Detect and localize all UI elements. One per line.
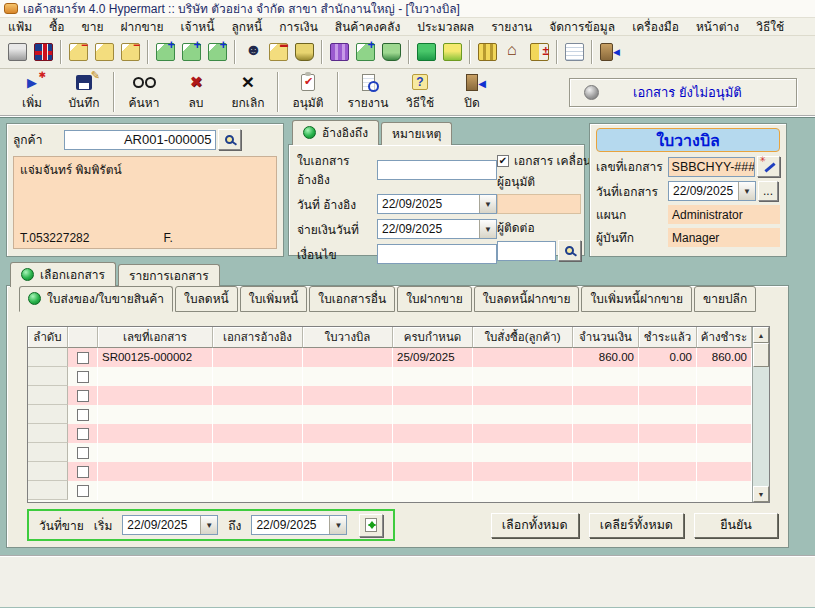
report-sheet-icon[interactable] [565, 43, 584, 61]
document-type-tab[interactable]: ใบลดหนี้ [175, 286, 238, 312]
menu-item[interactable]: จัดการข้อมูล [549, 17, 615, 36]
row-checkbox[interactable] [77, 352, 89, 364]
card-yellow-icon[interactable] [443, 43, 462, 61]
printer-icon[interactable] [8, 43, 27, 61]
document-type-tab[interactable]: ใบลดหนี้ฝากขาย [474, 286, 580, 312]
delete-button[interactable]: ลบ [170, 70, 222, 114]
doc-edit-minus-icon[interactable] [69, 43, 88, 61]
approve-button[interactable]: อนุมัติ [282, 70, 334, 114]
column-header[interactable]: จำนวนเงิน [573, 327, 639, 348]
doc-add-icon[interactable] [356, 43, 375, 61]
chevron-down-icon[interactable]: ▼ [200, 516, 217, 534]
tab-remarks[interactable]: หมายเหตุ [381, 122, 452, 145]
doc-cancel-icon[interactable] [269, 43, 288, 61]
add-button[interactable]: เพิ่ม [6, 70, 58, 114]
document-type-tab[interactable]: ใบฝากขาย [397, 286, 471, 312]
note-add-icon[interactable] [208, 43, 227, 61]
to-date-combo[interactable]: 22/09/2025 ▼ [251, 515, 347, 535]
crayons-icon[interactable] [330, 43, 349, 61]
table-row[interactable] [28, 443, 769, 462]
chevron-down-icon[interactable]: ▼ [329, 516, 346, 534]
menu-item[interactable]: รายงาน [491, 17, 532, 36]
column-header[interactable]: ใบวางบิล [303, 327, 393, 348]
menu-item[interactable]: เครื่องมือ [632, 17, 679, 36]
column-header[interactable]: ใบสั่งซื้อ(ลูกค้า) [473, 327, 573, 348]
cancel-button[interactable]: ยกเลิก [222, 70, 274, 114]
menu-item[interactable]: ขาย [82, 17, 104, 36]
row-checkbox[interactable] [77, 447, 89, 459]
scroll-up-icon[interactable]: ▲ [753, 327, 769, 343]
tab-document-list[interactable]: รายการเอกสาร [118, 264, 220, 287]
row-checkbox[interactable] [77, 485, 89, 497]
report-button[interactable]: รายงาน [342, 70, 394, 114]
ref-date-combo[interactable]: 22/09/2025 ▼ [377, 194, 497, 214]
close-button[interactable]: ปิด [446, 70, 498, 114]
chevron-down-icon[interactable]: ▼ [479, 195, 496, 213]
home-icon[interactable] [504, 43, 523, 61]
row-checkbox[interactable] [77, 371, 89, 383]
row-checkbox[interactable] [77, 390, 89, 402]
pencil-updown-icon[interactable] [530, 43, 549, 61]
tab-reference[interactable]: อ้างอิงถึง [292, 120, 379, 145]
note-minus-icon[interactable] [121, 43, 140, 61]
menu-item[interactable]: ฝากขาย [120, 17, 163, 36]
document-type-tab[interactable]: ใบเพิ่มหนี้ [240, 286, 308, 312]
table-row[interactable] [28, 405, 769, 424]
card-green-icon[interactable] [417, 43, 436, 61]
document-type-tab[interactable]: ขายปลีก [694, 286, 756, 312]
column-header[interactable]: เอกสารอ้างอิง [213, 327, 303, 348]
table-row[interactable] [28, 367, 769, 386]
menu-item[interactable]: วิธีใช้ [756, 17, 784, 36]
doc-view-icon[interactable] [95, 43, 114, 61]
select-all-button[interactable]: เลือกทั้งหมด [491, 513, 579, 538]
column-header[interactable] [68, 327, 98, 348]
chevron-down-icon[interactable]: ▼ [738, 182, 755, 200]
row-checkbox[interactable] [77, 409, 89, 421]
document-type-tab[interactable]: ใบเพิ่มหนี้ฝากขาย [581, 286, 692, 312]
column-header[interactable]: ชำระแล้ว [639, 327, 697, 348]
doc-edit-add-icon[interactable] [156, 43, 175, 61]
doc-date-more-button[interactable]: ... [758, 181, 778, 201]
row-checkbox[interactable] [77, 466, 89, 478]
vertical-scrollbar[interactable]: ▲ ▼ [752, 327, 769, 502]
table-row[interactable] [28, 386, 769, 405]
pencils-icon[interactable] [478, 43, 497, 61]
customer-code-input[interactable]: AR001-000005 [64, 130, 216, 150]
uk-flag-icon[interactable] [34, 43, 53, 61]
pay-date-combo[interactable]: 22/09/2025 ▼ [377, 219, 497, 239]
find-button[interactable]: ค้นหา [118, 70, 170, 114]
movement-checkbox[interactable] [497, 155, 509, 167]
menu-item[interactable]: เจ้าหนี้ [181, 17, 215, 36]
menu-item[interactable]: ประมวลผล [417, 17, 474, 36]
column-header[interactable]: ลำดับ [28, 327, 68, 348]
contact-input[interactable] [497, 241, 556, 261]
document-type-tab[interactable]: ใบเอกสารอื่น [309, 286, 395, 312]
column-header[interactable]: เลขที่เอกสาร [98, 327, 213, 348]
basket-icon[interactable] [295, 43, 314, 61]
column-header[interactable]: ค้างชำระ [697, 327, 752, 348]
condition-input[interactable] [377, 244, 497, 264]
exit-door-icon[interactable] [600, 43, 613, 61]
tab-select-documents[interactable]: เลือกเอกสาร [10, 262, 116, 287]
menu-item[interactable]: สินค้าคงคลัง [335, 17, 400, 36]
menu-item[interactable]: การเงิน [279, 17, 318, 36]
menu-item[interactable]: แฟ้ม [8, 17, 32, 36]
clear-all-button[interactable]: เคลียร์ทั้งหมด [589, 513, 684, 538]
basket-add-icon[interactable] [382, 43, 401, 61]
save-button[interactable]: บันทึก [58, 70, 110, 114]
scroll-down-icon[interactable]: ▼ [753, 486, 769, 502]
customer-search-button[interactable] [218, 129, 241, 150]
doc-no-field[interactable]: SBBCHYY-###### [668, 157, 756, 177]
menu-item[interactable]: ลูกหนี้ [231, 17, 262, 36]
person-icon[interactable] [243, 43, 262, 61]
ref-doc-input[interactable] [377, 160, 497, 180]
document-type-tab[interactable]: ใบส่งของ/ใบขายสินค้า [19, 286, 173, 312]
menu-item[interactable]: หน้าต่าง [696, 17, 739, 36]
contact-search-button[interactable] [558, 240, 581, 261]
row-checkbox[interactable] [77, 428, 89, 440]
table-row[interactable] [28, 481, 769, 500]
menu-item[interactable]: ซื้อ [49, 17, 64, 36]
chevron-down-icon[interactable]: ▼ [479, 220, 496, 238]
table-row[interactable]: SR00125-000002 25/09/2025 860.00 0.00 86… [28, 348, 769, 367]
refresh-button[interactable] [359, 514, 383, 537]
